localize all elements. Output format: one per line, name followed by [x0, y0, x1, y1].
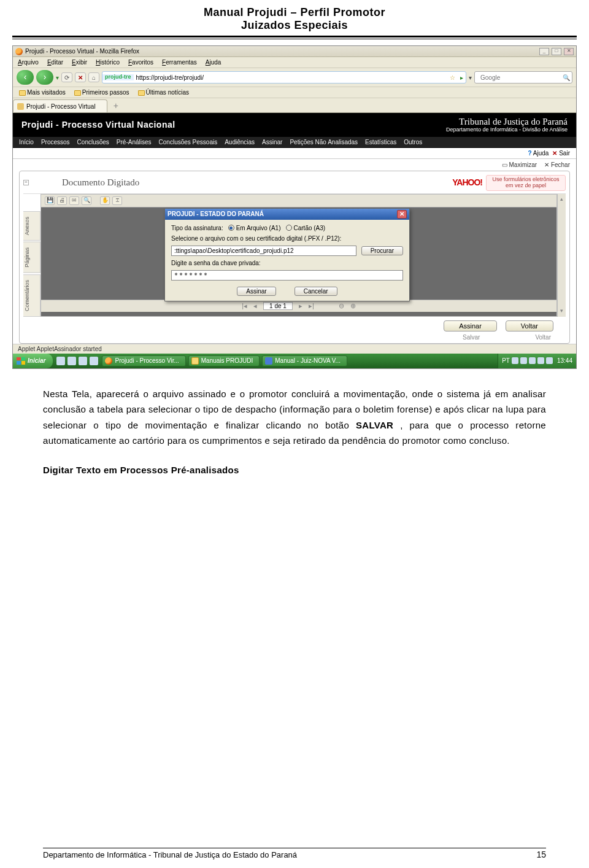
- pj-menu-outros[interactable]: Outros: [404, 139, 422, 145]
- select-icon[interactable]: Ɪ: [112, 196, 122, 205]
- tab-icon: [17, 103, 24, 110]
- zoom-out-icon[interactable]: ⊖: [339, 302, 344, 309]
- pj-menu-aud[interactable]: Audiências: [225, 139, 255, 145]
- pwd-input[interactable]: [171, 270, 403, 281]
- modal-sign-button[interactable]: Assinar: [237, 287, 275, 296]
- start-button[interactable]: Iniciar: [13, 354, 53, 368]
- reload-button[interactable]: ⟳: [61, 72, 72, 82]
- browse-button[interactable]: Procurar: [361, 246, 403, 255]
- radio-a1[interactable]: Em Arquivo (A1): [228, 225, 281, 231]
- modal-close-button[interactable]: ✕: [397, 210, 407, 219]
- minimize-button[interactable]: _: [539, 48, 549, 55]
- modal-cancel-button[interactable]: Cancelar: [294, 287, 337, 296]
- pj-menu-assinar[interactable]: Assinar: [262, 139, 282, 145]
- close-button[interactable]: ✕: [564, 48, 574, 55]
- pj-menu-estat[interactable]: Estatísticas: [365, 139, 396, 145]
- next-page-icon[interactable]: ▸: [299, 302, 302, 309]
- print-icon[interactable]: 🖨: [57, 196, 67, 205]
- taskbar-item-folder[interactable]: Manuais PROJUDI: [188, 355, 260, 366]
- taskbar-item-word[interactable]: Manual - Juiz-NOVA V...: [262, 355, 347, 366]
- new-tab-button[interactable]: +: [107, 99, 125, 112]
- menu-favoritos[interactable]: Favoritos: [128, 59, 153, 66]
- folder-icon: [191, 357, 199, 365]
- ql-icon[interactable]: [67, 357, 76, 365]
- tray-icon[interactable]: [512, 357, 518, 364]
- pj-menu-pre[interactable]: Pré-Análises: [117, 139, 152, 145]
- firefox-titlebar: Projudi - Processo Virtual - Mozilla Fir…: [13, 46, 576, 57]
- search-input[interactable]: [479, 74, 560, 81]
- zoom-in-icon[interactable]: ⊕: [350, 302, 356, 309]
- ql-icon[interactable]: [79, 357, 87, 365]
- home-button[interactable]: ⌂: [88, 72, 99, 82]
- radio-a3[interactable]: Cartão (A3): [286, 225, 326, 231]
- bookmark-most-visited[interactable]: Mais visitados: [19, 89, 66, 96]
- header-rule: [12, 36, 577, 39]
- sign-modal: PROJUDI - ESTADO DO PARANÁ ✕ Tipo da ass…: [164, 208, 410, 301]
- forward-button[interactable]: ›: [36, 70, 53, 85]
- url-bar[interactable]: projud-tre ☆ ▸: [102, 71, 466, 83]
- cert-path-input[interactable]: [171, 246, 356, 256]
- menu-ferramentas[interactable]: Ferramentas: [162, 59, 197, 66]
- stop-button[interactable]: ✕: [75, 72, 86, 82]
- maximize-panel[interactable]: ▭ Maximizar: [502, 161, 537, 168]
- bookmark-latest-news[interactable]: Últimas notícias: [138, 89, 190, 96]
- search-icon[interactable]: 🔍: [560, 74, 572, 81]
- tray-icon[interactable]: [546, 357, 553, 364]
- section-subheading: Digitar Texto em Processos Pré-analisado…: [43, 465, 546, 475]
- sidetab-comentarios[interactable]: Comentários: [23, 274, 40, 317]
- collapse-icon[interactable]: −: [23, 180, 29, 185]
- ad-box[interactable]: Use formulários eletrônicos em vez de pa…: [486, 175, 566, 191]
- menu-ajuda[interactable]: Ajuda: [206, 59, 221, 66]
- pj-menu-inicio[interactable]: Início: [19, 139, 34, 145]
- save-icon[interactable]: 💾: [45, 196, 55, 205]
- menu-arquivo[interactable]: Arquivo: [18, 59, 39, 66]
- clock[interactable]: 13:44: [557, 357, 572, 364]
- url-input[interactable]: [134, 74, 448, 81]
- projudi-util-bar: ? Ajuda ✕ Sair: [13, 148, 576, 159]
- menu-editar[interactable]: Editar: [47, 59, 63, 66]
- sidetab-paginas[interactable]: Páginas: [23, 242, 40, 273]
- first-page-icon[interactable]: |◂: [242, 302, 247, 309]
- tray-icon[interactable]: [537, 357, 544, 364]
- assinar-button[interactable]: Assinar: [444, 320, 497, 331]
- pj-menu-processos[interactable]: Processos: [41, 139, 70, 145]
- exit-link[interactable]: ✕ Sair: [552, 150, 570, 157]
- taskbar-item-firefox[interactable]: Projudi - Processo Vir...: [102, 355, 185, 366]
- document-footer: Departamento de Informática - Tribunal d…: [43, 848, 546, 859]
- sidetab-anexos[interactable]: Anexos: [23, 211, 40, 241]
- go-icon[interactable]: ▸: [458, 74, 466, 81]
- search-icon[interactable]: 🔍: [82, 196, 91, 205]
- search-box[interactable]: 🔍: [474, 71, 572, 83]
- close-panel[interactable]: ✕ Fechar: [544, 161, 570, 168]
- tab-projudi[interactable]: Projudi - Processo Virtual: [13, 99, 107, 112]
- bookmark-first-steps[interactable]: Primeiros passos: [74, 89, 129, 96]
- doc-title-line1: Manual Projudi – Perfil Promotor: [43, 6, 546, 19]
- pj-menu-peticoes[interactable]: Petições Não Analisadas: [290, 139, 358, 145]
- document-header: Manual Projudi – Perfil Promotor Juizado…: [43, 6, 546, 32]
- tray-icon[interactable]: [520, 357, 527, 364]
- last-page-icon[interactable]: ▸|: [309, 302, 314, 309]
- mail-icon[interactable]: ✉: [69, 196, 79, 205]
- modal-titlebar: PROJUDI - ESTADO DO PARANÁ ✕: [165, 209, 409, 220]
- voltar-button[interactable]: Voltar: [506, 320, 553, 331]
- lang-indicator[interactable]: PT: [502, 357, 510, 364]
- hand-icon[interactable]: ✋: [100, 196, 110, 205]
- scroll-strip[interactable]: ▴▾: [557, 194, 566, 317]
- ql-icon[interactable]: [56, 357, 65, 365]
- pj-menu-conclusoes[interactable]: Conclusões: [77, 139, 109, 145]
- page-counter[interactable]: [263, 302, 293, 310]
- radio-on-icon: [228, 225, 234, 231]
- pj-menu-conc-pess[interactable]: Conclusões Pessoais: [159, 139, 218, 145]
- maximize-button[interactable]: □: [552, 48, 561, 55]
- prev-page-icon[interactable]: ◂: [253, 302, 257, 309]
- site-identity[interactable]: projud-tre: [102, 74, 134, 80]
- word-icon: [265, 357, 272, 365]
- ql-icon[interactable]: [90, 357, 98, 365]
- bookmark-star-icon[interactable]: ☆: [447, 74, 458, 81]
- help-link[interactable]: ? Ajuda: [528, 150, 549, 157]
- menu-historico[interactable]: Histórico: [96, 59, 120, 66]
- tray-icon[interactable]: [529, 357, 536, 364]
- sig-type-label: Tipo da assinatura:: [171, 225, 223, 231]
- back-button[interactable]: ‹: [17, 70, 34, 85]
- menu-exibir[interactable]: Exibir: [72, 59, 87, 66]
